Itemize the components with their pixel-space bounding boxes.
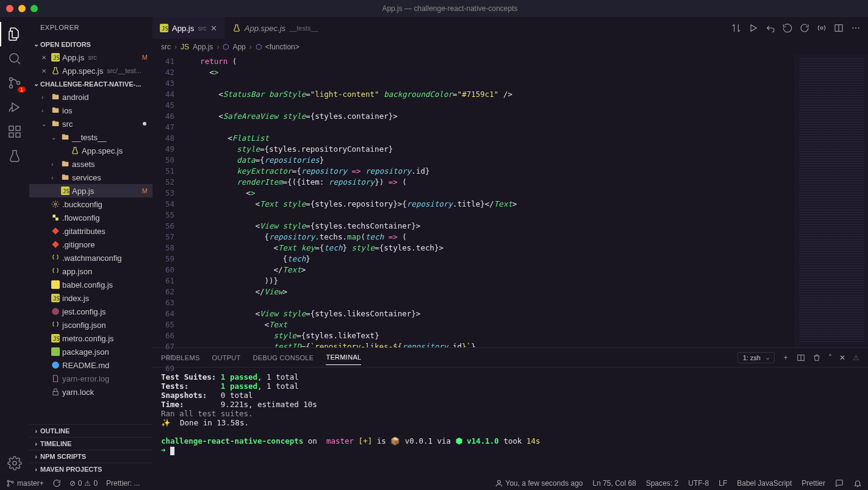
breadcrumb-2[interactable]: App xyxy=(232,43,245,51)
folder-item[interactable]: ›assets xyxy=(29,157,152,171)
more-icon[interactable] xyxy=(851,23,861,33)
status-blame[interactable]: You, a few seconds ago xyxy=(495,479,583,488)
svg-text:JS: JS xyxy=(162,26,168,32)
file-item[interactable]: app.json xyxy=(29,265,152,278)
section-maven[interactable]: ›MAVEN PROJECTS xyxy=(29,463,152,475)
test-icon[interactable] xyxy=(0,144,29,168)
breadcrumb-1[interactable]: App.js xyxy=(193,43,213,51)
loop-icon[interactable] xyxy=(783,23,792,33)
status-encoding[interactable]: UTF-8 xyxy=(688,479,709,488)
status-bell-icon[interactable] xyxy=(853,479,862,488)
new-terminal-icon[interactable]: ＋ xyxy=(782,352,789,363)
svg-rect-6 xyxy=(16,133,20,137)
title-bar: App.js — challenge-react-native-concepts xyxy=(0,0,868,17)
svg-point-17 xyxy=(52,308,59,315)
section-open-editors[interactable]: ⌄OPEN EDITORS xyxy=(29,38,152,51)
compare-changes-icon[interactable] xyxy=(731,23,741,33)
file-item[interactable]: jsconfig.json xyxy=(29,318,152,332)
status-language[interactable]: Babel JavaScript xyxy=(737,479,792,488)
live-icon[interactable] xyxy=(817,23,827,33)
scm-badge: 1 xyxy=(18,87,26,93)
file-item[interactable]: App.spec.js xyxy=(29,144,152,157)
file-item[interactable]: README.md xyxy=(29,358,152,372)
open-editor-item[interactable]: ✕App.spec.jssrc/__test... xyxy=(29,64,152,77)
file-item[interactable]: JSmetro.config.js xyxy=(29,332,152,345)
terminal-output[interactable]: Test Suites: 1 passed, 1 total Tests: 1 … xyxy=(152,367,868,475)
file-item[interactable]: .gitignore xyxy=(29,238,152,251)
settings-gear-icon[interactable] xyxy=(0,451,29,475)
maximize-panel-icon[interactable]: ˄ xyxy=(828,353,832,362)
panel-tab-terminal[interactable]: TERMINAL xyxy=(326,350,361,365)
editor-tab[interactable]: JSApp.jssrc✕ xyxy=(152,17,225,39)
open-editor-item[interactable]: ✕JSApp.jssrcM xyxy=(29,51,152,64)
close-tab-icon[interactable]: ✕ xyxy=(210,24,217,33)
breadcrumb-0[interactable]: src xyxy=(161,43,171,51)
section-outline[interactable]: ›OUTLINE xyxy=(29,424,152,437)
file-item[interactable]: JSApp.jsM xyxy=(29,184,152,197)
file-item[interactable]: .buckconfig xyxy=(29,197,152,211)
file-item[interactable]: yarn.lock xyxy=(29,385,152,399)
status-sync[interactable] xyxy=(52,479,61,488)
svg-rect-5 xyxy=(9,133,13,137)
section-outline-label: OUTLINE xyxy=(40,427,70,435)
editor-area: JSApp.jssrc✕App.spec.js__tests__ src› JS… xyxy=(152,17,868,475)
close-icon[interactable]: ✕ xyxy=(41,68,50,74)
file-item[interactable]: yarn-error.log xyxy=(29,372,152,385)
editor-tab[interactable]: App.spec.js__tests__ xyxy=(225,17,326,39)
maximize-window-icon[interactable] xyxy=(30,5,38,12)
close-panel-icon[interactable]: ✕ xyxy=(839,353,845,362)
folder-item[interactable]: ›ios xyxy=(29,104,152,117)
folder-item[interactable]: ›android xyxy=(29,90,152,104)
svg-text:JS: JS xyxy=(53,336,60,342)
folder-item[interactable]: ⌄src xyxy=(29,117,152,130)
svg-point-0 xyxy=(10,54,18,62)
section-timeline[interactable]: ›TIMELINE xyxy=(29,437,152,450)
status-problems[interactable]: ⊘0 ⚠0 xyxy=(70,479,98,488)
minimize-window-icon[interactable] xyxy=(18,5,26,12)
file-item[interactable]: .watchmanconfig xyxy=(29,251,152,265)
status-spaces[interactable]: Spaces: 2 xyxy=(646,479,678,488)
close-icon[interactable]: ✕ xyxy=(41,54,50,61)
trash-icon[interactable] xyxy=(812,353,821,362)
svg-point-31 xyxy=(7,480,9,482)
file-item[interactable]: .gitattributes xyxy=(29,224,152,238)
status-prettier-left[interactable]: Prettier: ... xyxy=(106,479,140,488)
breadcrumb[interactable]: src› JS App.js› ⬡ App› ⬡ <function> xyxy=(152,39,868,55)
window-title: App.js — challenge-react-native-concepts xyxy=(38,4,862,13)
folder-item[interactable]: ⌄__tests__ xyxy=(29,130,152,144)
section-workspace[interactable]: ⌄CHALLENGE-REACT-NATIVE-... xyxy=(29,77,152,90)
status-formatter[interactable]: Prettier xyxy=(802,479,825,488)
panel-tab-output[interactable]: OUTPUT xyxy=(212,350,241,365)
folder-item[interactable]: ›services xyxy=(29,171,152,184)
run-debug-icon[interactable] xyxy=(0,95,29,119)
file-item[interactable]: .flowconfig xyxy=(29,211,152,224)
breadcrumb-3[interactable]: <function> xyxy=(265,43,299,51)
status-errors: 0 xyxy=(78,479,82,488)
search-icon[interactable] xyxy=(0,46,29,71)
file-item[interactable]: JSindex.js xyxy=(29,291,152,305)
go-back-icon[interactable] xyxy=(766,23,775,33)
section-npm-scripts[interactable]: ›NPM SCRIPTS xyxy=(29,450,152,463)
split-editor-icon[interactable] xyxy=(834,23,844,33)
explorer-icon[interactable] xyxy=(0,22,29,46)
source-control-icon[interactable]: 1 xyxy=(0,71,29,95)
status-cursor[interactable]: Ln 75, Col 68 xyxy=(592,479,636,488)
file-item[interactable]: babel.config.js xyxy=(29,278,152,291)
close-window-icon[interactable] xyxy=(6,5,13,12)
file-item[interactable]: package.json xyxy=(29,345,152,358)
terminal-shell-select[interactable]: 1: zsh xyxy=(737,352,775,363)
file-item[interactable]: jest.config.js xyxy=(29,305,152,318)
status-feedback-icon[interactable] xyxy=(835,479,844,488)
sidebar: EXPLORER ⌄OPEN EDITORS ✕JSApp.jssrcM✕App… xyxy=(29,17,152,475)
panel-tab-debug[interactable]: DEBUG CONSOLE xyxy=(253,350,314,365)
split-terminal-icon[interactable] xyxy=(797,353,805,362)
status-branch[interactable]: master+ xyxy=(6,479,44,488)
refresh-icon[interactable] xyxy=(800,23,809,33)
extensions-icon[interactable] xyxy=(0,119,29,144)
warn-icon: ⚠ xyxy=(853,353,859,362)
run-icon[interactable] xyxy=(748,23,758,33)
minimap[interactable] xyxy=(795,55,868,347)
editor-tabs: JSApp.jssrc✕App.spec.js__tests__ xyxy=(152,17,868,39)
code-editor[interactable]: return ( <> <StatusBar barStyle="light-c… xyxy=(182,55,795,347)
status-eol[interactable]: LF xyxy=(719,479,727,488)
